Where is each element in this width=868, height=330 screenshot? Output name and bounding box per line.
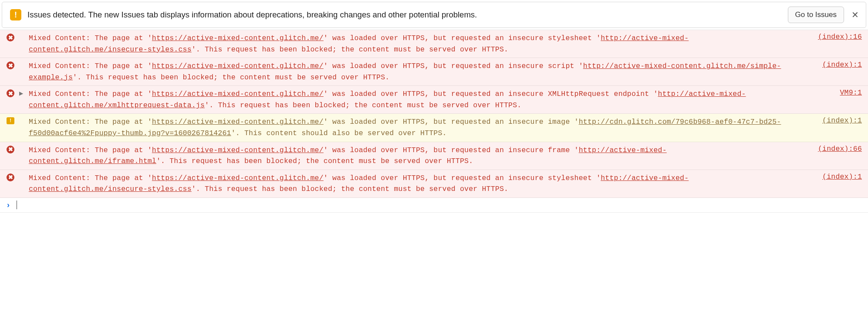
expand-toggle-icon	[19, 33, 24, 34]
issues-bar-text: Issues detected. The new Issues tab disp…	[27, 10, 782, 20]
console-message: Mixed Content: The page at 'https://acti…	[29, 33, 807, 55]
error-icon: ✖	[6, 145, 15, 153]
issues-bar: ! Issues detected. The new Issues tab di…	[2, 2, 866, 28]
source-link[interactable]: (index):1	[815, 116, 862, 125]
message-text: ' was loaded over HTTPS, but requested a…	[324, 62, 583, 70]
error-icon: ✖	[6, 61, 15, 69]
expand-toggle-icon[interactable]: ▶	[19, 88, 24, 96]
message-text: '. This request has been blocked; the co…	[73, 73, 389, 82]
console-message: Mixed Content: The page at 'https://acti…	[29, 88, 828, 111]
expand-toggle-icon	[19, 116, 24, 118]
url-link[interactable]: https://active-mixed-content.glitch.me/	[152, 174, 324, 182]
message-text: '. This request has been blocked; the co…	[205, 101, 521, 109]
issues-badge-icon: !	[10, 9, 21, 20]
error-icon: ✖	[6, 33, 15, 41]
message-text: Mixed Content: The page at '	[29, 34, 152, 42]
close-icon[interactable]: ✕	[850, 10, 860, 20]
message-text: Mixed Content: The page at '	[29, 90, 152, 98]
message-text: ' was loaded over HTTPS, but requested a…	[324, 90, 658, 98]
error-icon: ✖	[6, 173, 15, 181]
message-text: ' was loaded over HTTPS, but requested a…	[324, 34, 601, 42]
console-log: ✖Mixed Content: The page at 'https://act…	[0, 30, 868, 198]
console-prompt-row[interactable]: ›	[0, 198, 868, 213]
console-entry[interactable]: ✖Mixed Content: The page at 'https://act…	[0, 142, 868, 170]
url-link[interactable]: https://active-mixed-content.glitch.me/	[152, 146, 324, 154]
expand-toggle-icon	[19, 61, 24, 62]
url-link[interactable]: https://active-mixed-content.glitch.me/	[152, 118, 324, 126]
message-text: ' was loaded over HTTPS, but requested a…	[324, 118, 579, 126]
console-entry[interactable]: ✖Mixed Content: The page at 'https://act…	[0, 58, 868, 86]
warning-icon	[6, 116, 15, 124]
url-link[interactable]: https://active-mixed-content.glitch.me/	[152, 90, 324, 98]
message-text: Mixed Content: The page at '	[29, 62, 152, 70]
console-message: Mixed Content: The page at 'https://acti…	[29, 61, 811, 83]
console-entry[interactable]: ✖Mixed Content: The page at 'https://act…	[0, 30, 868, 58]
go-to-issues-button[interactable]: Go to Issues	[788, 7, 844, 23]
expand-toggle-icon	[19, 173, 24, 174]
console-message: Mixed Content: The page at 'https://acti…	[29, 173, 811, 195]
message-text: Mixed Content: The page at '	[29, 174, 152, 182]
message-text: Mixed Content: The page at '	[29, 118, 152, 126]
source-link[interactable]: (index):1	[815, 61, 862, 69]
source-link[interactable]: (index):66	[811, 145, 862, 153]
url-link[interactable]: https://active-mixed-content.glitch.me/	[152, 62, 324, 70]
prompt-caret-icon: ›	[6, 201, 11, 210]
message-text: ' was loaded over HTTPS, but requested a…	[324, 174, 601, 182]
url-link[interactable]: https://active-mixed-content.glitch.me/	[152, 34, 324, 42]
console-entry[interactable]: Mixed Content: The page at 'https://acti…	[0, 114, 868, 142]
source-link[interactable]: (index):16	[811, 33, 862, 41]
console-entry[interactable]: ✖Mixed Content: The page at 'https://act…	[0, 170, 868, 198]
message-text: ' was loaded over HTTPS, but requested a…	[324, 146, 579, 154]
message-text: '. This content should also be served ov…	[231, 129, 447, 137]
message-text: Mixed Content: The page at '	[29, 146, 152, 154]
source-link[interactable]: (index):1	[815, 173, 862, 181]
message-text: '. This request has been blocked; the co…	[192, 45, 508, 54]
message-text: '. This request has been blocked; the co…	[192, 185, 508, 193]
console-message: Mixed Content: The page at 'https://acti…	[29, 145, 807, 167]
console-message: Mixed Content: The page at 'https://acti…	[29, 116, 811, 139]
expand-toggle-icon	[19, 145, 24, 146]
message-text: '. This request has been blocked; the co…	[156, 157, 473, 165]
console-input[interactable]	[16, 201, 17, 209]
console-entry[interactable]: ✖▶Mixed Content: The page at 'https://ac…	[0, 86, 868, 114]
error-icon: ✖	[6, 88, 15, 97]
source-link[interactable]: VM9:1	[833, 88, 862, 97]
